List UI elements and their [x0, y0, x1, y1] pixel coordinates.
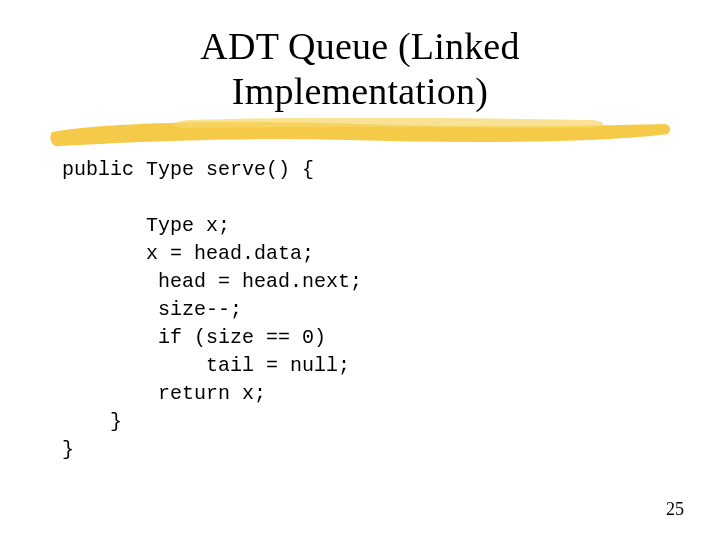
code-line: if (size == 0) [62, 326, 326, 349]
code-block: public Type serve() { Type x; x = head.d… [62, 156, 362, 464]
slide: ADT Queue (Linked Implementation) public… [0, 0, 720, 540]
code-line: x = head.data; [62, 242, 314, 265]
slide-title: ADT Queue (Linked Implementation) [0, 24, 720, 114]
code-line: } [62, 438, 74, 461]
code-line: } [62, 410, 122, 433]
code-line: public Type serve() { [62, 158, 314, 181]
title-line-1: ADT Queue (Linked [0, 24, 720, 69]
code-line: head = head.next; [62, 270, 362, 293]
code-line: tail = null; [62, 354, 350, 377]
page-number: 25 [666, 499, 684, 520]
code-line: return x; [62, 382, 266, 405]
code-line: size--; [62, 298, 242, 321]
brush-underline-icon [48, 118, 672, 152]
title-line-2: Implementation) [0, 69, 720, 114]
code-line: Type x; [62, 214, 230, 237]
